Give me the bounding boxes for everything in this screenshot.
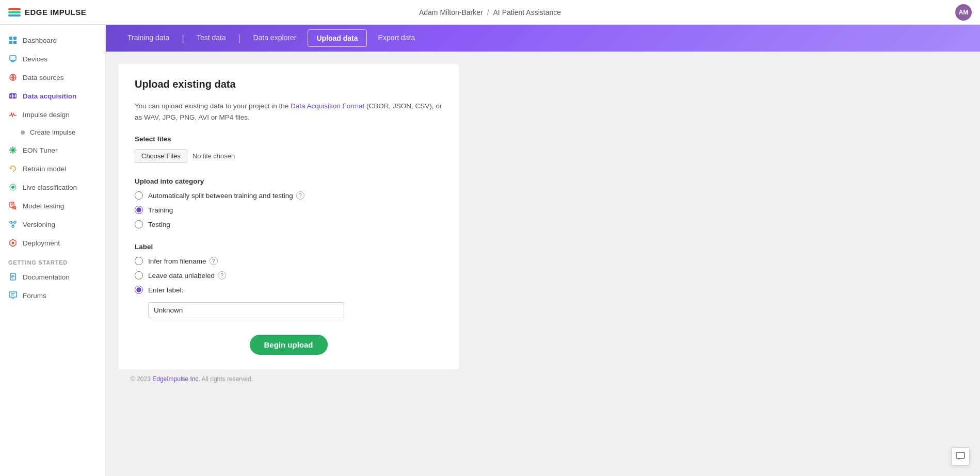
radio-input-leave-unlabeled[interactable] (135, 271, 143, 280)
sub-dot-icon (21, 130, 25, 135)
footer-rights: All rights reserved. (200, 375, 253, 383)
sidebar-item-retrainmodel[interactable]: Retrain model (0, 159, 105, 178)
sidebar-item-deployment[interactable]: Deployment (0, 234, 105, 252)
label-section-label: Label (135, 243, 442, 251)
tab-upload-data[interactable]: Upload data (308, 29, 366, 47)
radio-enter-label[interactable]: Enter label: (135, 286, 442, 294)
tab-data-explorer[interactable]: Data explorer (244, 26, 306, 50)
svg-point-15 (11, 149, 14, 152)
sidebar-item-createimpulse[interactable]: Create Impulse (0, 124, 105, 141)
svg-rect-1 (13, 37, 17, 40)
sidebar-label-retrainmodel: Retrain model (23, 165, 66, 173)
versioning-icon (8, 220, 18, 229)
svg-rect-0 (9, 37, 12, 40)
radio-label-leave-unlabeled: Leave data unlabeled ? (148, 271, 226, 280)
tab-export-data[interactable]: Export data (369, 26, 425, 50)
retrain-icon (8, 164, 18, 173)
sidebar-item-liveclassification[interactable]: Live classification (0, 178, 105, 196)
svg-line-27 (11, 223, 13, 226)
radio-label-infer-filename: Infer from filename ? (148, 257, 218, 265)
no-file-text: No file chosen (192, 152, 235, 160)
radio-label-testing: Testing (148, 221, 170, 228)
radio-leave-unlabeled[interactable]: Leave data unlabeled ? (135, 271, 442, 280)
sidebar-label-documentation: Documentation (23, 273, 70, 281)
content-area: Training data | Test data | Data explore… (106, 25, 980, 476)
forums-icon (8, 291, 18, 300)
main-panel: Upload existing data You can upload exis… (106, 52, 980, 476)
sidebar-label-modeltesting: Model testing (23, 202, 64, 210)
sidebar-label-liveclassification: Live classification (23, 184, 77, 191)
tab-bar: Training data | Test data | Data explore… (106, 25, 980, 52)
file-chooser: Choose Files No file chosen (135, 149, 442, 163)
svg-point-16 (11, 186, 14, 189)
top-header: EDGE IMPULSE Adam Milton-Barker / AI Pat… (0, 0, 980, 25)
sidebar-item-versioning[interactable]: Versioning (0, 215, 105, 234)
sidebar-item-modeltesting[interactable]: Model testing (0, 196, 105, 215)
radio-label-training: Training (148, 206, 173, 214)
dataacq-icon (8, 91, 18, 101)
avatar[interactable]: AM (955, 4, 972, 21)
sidebar-item-dataacquisition[interactable]: Data acquisition (0, 87, 105, 105)
label-input-field[interactable]: Unknown (148, 302, 344, 318)
sidebar-label-dashboard: Dashboard (23, 37, 57, 44)
logo-text: EDGE IMPULSE (25, 8, 86, 17)
radio-testing[interactable]: Testing (135, 220, 442, 228)
radio-input-training[interactable] (135, 206, 143, 214)
footer-company-link[interactable]: EdgeImpulse Inc. (152, 375, 200, 383)
svg-point-29 (12, 242, 14, 244)
header-user: Adam Milton-Barker (419, 8, 483, 17)
tab-separator-2: | (237, 33, 242, 44)
choose-files-button[interactable]: Choose Files (135, 149, 187, 163)
sidebar-label-forums: Forums (23, 292, 46, 300)
sidebar-item-forums[interactable]: Forums (0, 286, 105, 305)
label-radio-group: Infer from filename ? Leave data unlabel… (135, 257, 442, 318)
begin-upload-button[interactable]: Begin upload (250, 335, 328, 355)
svg-rect-2 (9, 41, 12, 44)
sidebar-item-eontuner[interactable]: EON Tuner (0, 141, 105, 159)
sidebar-item-documentation[interactable]: Documentation (0, 268, 105, 286)
upload-category-label: Upload into category (135, 177, 442, 185)
upload-card: Upload existing data You can upload exis… (118, 64, 459, 369)
description-link[interactable]: Data Acquisition Format (291, 102, 364, 110)
upload-title: Upload existing data (135, 78, 442, 90)
radio-input-infer-filename[interactable] (135, 257, 143, 265)
sidebar-label-versioning: Versioning (23, 221, 55, 228)
header-separator: / (487, 8, 489, 17)
sidebar: Dashboard Devices (0, 25, 106, 476)
logo-area: EDGE IMPULSE (8, 8, 111, 17)
header-project: AI Patient Assistance (493, 8, 561, 17)
datasource-icon (8, 73, 18, 82)
radio-input-testing[interactable] (135, 220, 143, 228)
radio-input-enter-label[interactable] (135, 286, 143, 294)
deployment-icon (8, 238, 18, 248)
radio-training[interactable]: Training (135, 206, 442, 214)
sidebar-item-dashboard[interactable]: Dashboard (0, 31, 105, 50)
sidebar-item-impulsedesign[interactable]: Impulse design (0, 105, 105, 124)
grid-icon (8, 36, 18, 45)
svg-rect-6 (10, 61, 15, 61)
tab-test-data[interactable]: Test data (187, 26, 235, 50)
sidebar-item-devices[interactable]: Devices (0, 50, 105, 68)
radio-auto-split[interactable]: Automatically split between training and… (135, 191, 442, 200)
svg-line-28 (13, 223, 15, 226)
header-right: AM (869, 4, 972, 21)
help-icon-auto-split[interactable]: ? (296, 191, 304, 200)
live-icon (8, 183, 18, 192)
sidebar-label-dataacquisition: Data acquisition (23, 92, 76, 100)
radio-infer-filename[interactable]: Infer from filename ? (135, 257, 442, 265)
description-text1: You can upload existing data to your pro… (135, 102, 291, 110)
footer: © 2023 EdgeImpulse Inc. All rights reser… (118, 369, 968, 389)
sidebar-label-deployment: Deployment (23, 239, 60, 247)
chat-bubble-button[interactable] (951, 447, 970, 466)
help-icon-infer-filename[interactable]: ? (210, 257, 218, 265)
radio-input-auto-split[interactable] (135, 191, 143, 200)
help-icon-leave-unlabeled[interactable]: ? (218, 271, 226, 280)
upload-description: You can upload existing data to your pro… (135, 101, 442, 123)
sidebar-label-createimpulse: Create Impulse (30, 128, 75, 136)
sidebar-item-datasources[interactable]: Data sources (0, 68, 105, 87)
tab-training-data[interactable]: Training data (118, 26, 179, 50)
category-radio-group: Automatically split between training and… (135, 191, 442, 228)
docs-icon (8, 272, 18, 282)
app-layout: Dashboard Devices (0, 25, 980, 476)
logo-icon (8, 8, 21, 17)
